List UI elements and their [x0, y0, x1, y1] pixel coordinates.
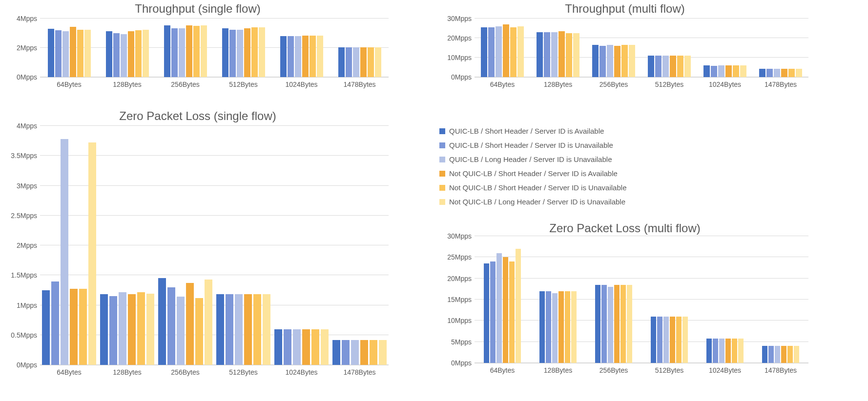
- bar: [370, 340, 377, 365]
- x-tick-label: 128Bytes: [98, 368, 156, 376]
- bar: [42, 290, 50, 365]
- bar: [614, 46, 620, 77]
- x-axis-labels: 64Bytes128Bytes256Bytes512Bytes1024Bytes…: [475, 78, 808, 88]
- bar: [781, 69, 787, 77]
- x-tick-label: 128Bytes: [530, 366, 586, 374]
- y-tick-label: 1Mpps: [5, 301, 37, 309]
- bar: [143, 30, 149, 78]
- bar: [558, 291, 564, 363]
- bar: [293, 329, 301, 365]
- bar: [201, 25, 207, 78]
- bar-groups: [475, 236, 808, 363]
- bar: [484, 263, 489, 363]
- bar: [657, 317, 662, 363]
- bar: [517, 26, 524, 77]
- bar-groups: [475, 19, 808, 77]
- legend-swatch-icon: [439, 185, 445, 191]
- legend-label: Not QUIC-LB / Short Header / Server ID i…: [449, 183, 626, 192]
- bar: [496, 253, 502, 363]
- bar: [725, 65, 732, 77]
- bar: [592, 45, 599, 77]
- bar: [768, 346, 774, 363]
- y-tick-label: 4Mpps: [5, 122, 37, 130]
- bar: [251, 27, 258, 77]
- bar: [79, 289, 87, 365]
- x-tick-label: 1024Bytes: [697, 366, 753, 374]
- bar: [787, 346, 793, 363]
- chart-zpl-single: Zero Packet Loss (single flow) 0Mpps0.5M…: [5, 109, 391, 387]
- y-tick-label: 20Mpps: [439, 34, 472, 42]
- bar-groups: [40, 19, 389, 77]
- bar-group: [156, 19, 214, 77]
- bar: [781, 346, 786, 363]
- x-tick-label: 64Bytes: [40, 368, 98, 376]
- bar: [662, 56, 669, 77]
- y-tick-label: 0Mpps: [5, 361, 37, 369]
- y-tick-label: 2Mpps: [5, 44, 37, 52]
- x-tick-label: 256Bytes: [586, 80, 641, 88]
- bar: [216, 294, 224, 365]
- bar: [571, 291, 577, 363]
- bar: [684, 56, 691, 77]
- bar-group: [697, 19, 753, 77]
- bar: [488, 27, 495, 77]
- bar: [119, 292, 126, 365]
- y-tick-label: 30Mpps: [439, 232, 472, 240]
- bar: [186, 283, 194, 365]
- bar-group: [641, 236, 697, 363]
- bar: [510, 27, 517, 77]
- bar: [360, 340, 368, 365]
- bar: [796, 69, 802, 77]
- x-tick-label: 64Bytes: [475, 366, 530, 374]
- y-tick-label: 30Mpps: [439, 15, 472, 22]
- bar: [719, 339, 724, 363]
- bar-group: [331, 19, 389, 77]
- bar: [302, 36, 309, 78]
- bar-group: [331, 126, 389, 365]
- legend-swatch-icon: [439, 142, 445, 148]
- x-tick-label: 64Bytes: [475, 80, 530, 88]
- bar: [551, 32, 558, 77]
- x-axis-labels: 64Bytes128Bytes256Bytes512Bytes1024Bytes…: [40, 78, 389, 88]
- bar: [177, 297, 185, 365]
- bar: [288, 36, 294, 77]
- x-axis-labels: 64Bytes128Bytes256Bytes512Bytes1024Bytes…: [40, 365, 389, 376]
- bar: [552, 293, 558, 363]
- x-tick-label: 128Bytes: [530, 80, 586, 88]
- bar: [274, 329, 282, 365]
- x-tick-label: 256Bytes: [586, 366, 641, 374]
- x-tick-label: 64Bytes: [40, 80, 98, 88]
- chart-title: Throughput (single flow): [5, 2, 391, 16]
- legend-label: QUIC-LB / Long Header / Server ID is Una…: [449, 155, 612, 163]
- y-tick-label: 0Mpps: [439, 73, 472, 81]
- bar-group: [214, 19, 272, 77]
- bar: [794, 346, 799, 363]
- bar: [259, 27, 265, 77]
- y-tick-label: 25Mpps: [439, 253, 472, 261]
- bar: [61, 139, 68, 365]
- legend-item: Not QUIC-LB / Long Header / Server ID is…: [439, 198, 626, 206]
- y-tick-label: 5Mpps: [439, 338, 472, 346]
- y-tick-label: 10Mpps: [439, 317, 472, 324]
- legend-item: Not QUIC-LB / Short Header / Server ID i…: [439, 183, 626, 192]
- y-tick-label: 0.5Mpps: [5, 331, 37, 339]
- bar: [237, 30, 243, 78]
- bar-group: [753, 19, 808, 77]
- bar: [375, 47, 381, 78]
- bar-group: [40, 19, 98, 77]
- bar-group: [98, 126, 156, 365]
- bar-group: [98, 19, 156, 77]
- y-tick-label: 10Mpps: [439, 54, 472, 61]
- bar: [48, 29, 54, 77]
- bar-group: [40, 126, 98, 365]
- bar: [342, 340, 350, 365]
- bar: [599, 46, 606, 77]
- y-tick-label: 20Mpps: [439, 275, 472, 282]
- bar: [601, 285, 607, 363]
- bar: [284, 329, 291, 365]
- bar: [62, 31, 69, 78]
- bar: [353, 47, 359, 78]
- bar: [738, 339, 744, 363]
- bar: [595, 285, 600, 363]
- bar: [70, 289, 78, 365]
